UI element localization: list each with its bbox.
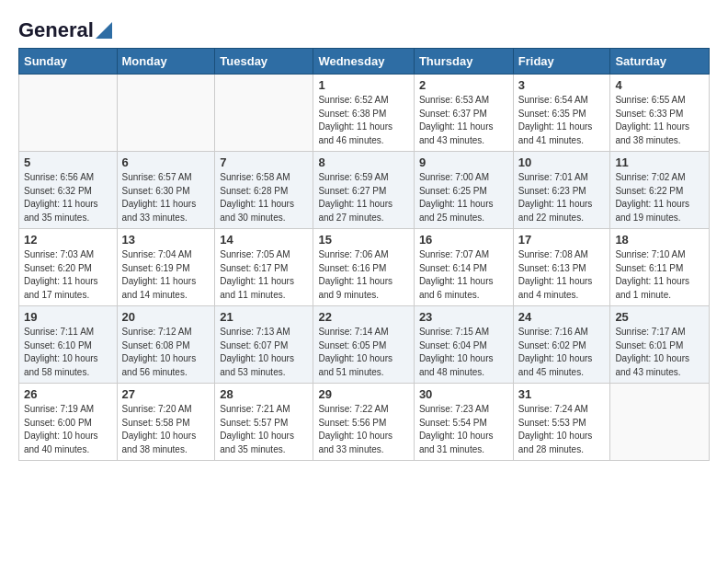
day-number: 3 [518, 78, 606, 92]
calendar-cell: 26Sunrise: 7:19 AM Sunset: 6:00 PM Dayli… [19, 384, 118, 461]
day-number: 8 [318, 155, 408, 169]
day-info: Sunrise: 7:07 AM Sunset: 6:14 PM Dayligh… [419, 248, 508, 302]
calendar-cell: 24Sunrise: 7:16 AM Sunset: 6:02 PM Dayli… [513, 306, 610, 384]
day-number: 22 [318, 310, 408, 324]
day-number: 29 [318, 387, 408, 401]
calendar-cell: 19Sunrise: 7:11 AM Sunset: 6:10 PM Dayli… [19, 306, 118, 384]
calendar-cell: 1Sunrise: 6:52 AM Sunset: 6:38 PM Daylig… [313, 75, 414, 152]
day-info: Sunrise: 7:19 AM Sunset: 6:00 PM Dayligh… [24, 403, 112, 456]
day-info: Sunrise: 7:08 AM Sunset: 6:13 PM Dayligh… [518, 248, 606, 302]
day-info: Sunrise: 7:12 AM Sunset: 6:08 PM Dayligh… [122, 326, 210, 379]
day-number: 13 [122, 233, 210, 247]
day-number: 17 [518, 233, 606, 247]
day-info: Sunrise: 6:56 AM Sunset: 6:32 PM Dayligh… [24, 171, 112, 224]
day-info: Sunrise: 7:20 AM Sunset: 5:58 PM Dayligh… [122, 403, 210, 456]
day-header-sunday: Sunday [19, 49, 118, 75]
day-number: 14 [220, 233, 308, 247]
day-number: 27 [122, 387, 210, 401]
day-info: Sunrise: 6:54 AM Sunset: 6:35 PM Dayligh… [518, 94, 606, 147]
calendar-cell: 14Sunrise: 7:05 AM Sunset: 6:17 PM Dayli… [215, 229, 313, 306]
day-header-monday: Monday [117, 49, 215, 75]
calendar-cell: 2Sunrise: 6:53 AM Sunset: 6:37 PM Daylig… [414, 75, 513, 152]
day-number: 28 [220, 387, 308, 401]
day-info: Sunrise: 6:52 AM Sunset: 6:38 PM Dayligh… [318, 94, 408, 147]
day-number: 2 [419, 78, 508, 92]
day-number: 26 [24, 387, 112, 401]
day-info: Sunrise: 7:23 AM Sunset: 5:54 PM Dayligh… [419, 403, 508, 456]
day-number: 24 [518, 310, 606, 324]
calendar-cell: 10Sunrise: 7:01 AM Sunset: 6:23 PM Dayli… [513, 152, 610, 229]
logo-part1: General [18, 18, 94, 42]
day-info: Sunrise: 7:22 AM Sunset: 5:56 PM Dayligh… [318, 403, 408, 456]
calendar-cell: 22Sunrise: 7:14 AM Sunset: 6:05 PM Dayli… [313, 306, 414, 384]
day-number: 7 [220, 155, 308, 169]
day-header-saturday: Saturday [610, 49, 710, 75]
day-number: 4 [615, 78, 704, 92]
day-info: Sunrise: 7:16 AM Sunset: 6:02 PM Dayligh… [518, 326, 606, 379]
calendar-cell: 9Sunrise: 7:00 AM Sunset: 6:25 PM Daylig… [414, 152, 513, 229]
calendar-cell: 8Sunrise: 6:59 AM Sunset: 6:27 PM Daylig… [313, 152, 414, 229]
calendar-cell: 3Sunrise: 6:54 AM Sunset: 6:35 PM Daylig… [513, 75, 610, 152]
day-number: 5 [24, 155, 112, 169]
calendar-cell: 12Sunrise: 7:03 AM Sunset: 6:20 PM Dayli… [19, 229, 118, 306]
calendar-cell: 28Sunrise: 7:21 AM Sunset: 5:57 PM Dayli… [215, 384, 313, 461]
calendar-cell: 30Sunrise: 7:23 AM Sunset: 5:54 PM Dayli… [414, 384, 513, 461]
calendar-table: SundayMondayTuesdayWednesdayThursdayFrid… [18, 48, 710, 461]
calendar-cell: 5Sunrise: 6:56 AM Sunset: 6:32 PM Daylig… [19, 152, 118, 229]
day-info: Sunrise: 7:05 AM Sunset: 6:17 PM Dayligh… [220, 248, 308, 302]
calendar-body: 1Sunrise: 6:52 AM Sunset: 6:38 PM Daylig… [19, 75, 710, 461]
calendar-week-4: 19Sunrise: 7:11 AM Sunset: 6:10 PM Dayli… [19, 306, 710, 384]
calendar-cell: 17Sunrise: 7:08 AM Sunset: 6:13 PM Dayli… [513, 229, 610, 306]
day-info: Sunrise: 7:21 AM Sunset: 5:57 PM Dayligh… [220, 403, 308, 456]
day-number: 31 [518, 387, 606, 401]
day-info: Sunrise: 7:24 AM Sunset: 5:53 PM Dayligh… [518, 403, 606, 456]
logo: General [18, 18, 112, 39]
calendar-cell [117, 75, 215, 152]
day-header-wednesday: Wednesday [313, 49, 414, 75]
day-number: 18 [615, 233, 704, 247]
day-number: 11 [615, 155, 704, 169]
calendar-cell: 20Sunrise: 7:12 AM Sunset: 6:08 PM Dayli… [117, 306, 215, 384]
calendar-cell: 6Sunrise: 6:57 AM Sunset: 6:30 PM Daylig… [117, 152, 215, 229]
calendar-cell: 31Sunrise: 7:24 AM Sunset: 5:53 PM Dayli… [513, 384, 610, 461]
logo-triangle-icon [96, 22, 112, 39]
day-number: 1 [318, 78, 408, 92]
day-info: Sunrise: 7:17 AM Sunset: 6:01 PM Dayligh… [615, 326, 704, 379]
day-info: Sunrise: 7:03 AM Sunset: 6:20 PM Dayligh… [24, 248, 112, 302]
day-info: Sunrise: 7:13 AM Sunset: 6:07 PM Dayligh… [220, 326, 308, 379]
day-info: Sunrise: 6:55 AM Sunset: 6:33 PM Dayligh… [615, 94, 704, 147]
day-header-thursday: Thursday [414, 49, 513, 75]
day-number: 20 [122, 310, 210, 324]
calendar-cell: 15Sunrise: 7:06 AM Sunset: 6:16 PM Dayli… [313, 229, 414, 306]
day-number: 10 [518, 155, 606, 169]
day-info: Sunrise: 6:57 AM Sunset: 6:30 PM Dayligh… [122, 171, 210, 224]
page-header: General [18, 18, 710, 39]
day-number: 12 [24, 233, 112, 247]
day-info: Sunrise: 7:10 AM Sunset: 6:11 PM Dayligh… [615, 248, 704, 302]
svg-marker-0 [96, 22, 112, 39]
day-number: 16 [419, 233, 508, 247]
calendar-cell: 4Sunrise: 6:55 AM Sunset: 6:33 PM Daylig… [610, 75, 710, 152]
calendar-cell: 27Sunrise: 7:20 AM Sunset: 5:58 PM Dayli… [117, 384, 215, 461]
day-info: Sunrise: 7:01 AM Sunset: 6:23 PM Dayligh… [518, 171, 606, 224]
day-info: Sunrise: 6:58 AM Sunset: 6:28 PM Dayligh… [220, 171, 308, 224]
calendar-cell: 21Sunrise: 7:13 AM Sunset: 6:07 PM Dayli… [215, 306, 313, 384]
calendar-week-2: 5Sunrise: 6:56 AM Sunset: 6:32 PM Daylig… [19, 152, 710, 229]
calendar-cell: 11Sunrise: 7:02 AM Sunset: 6:22 PM Dayli… [610, 152, 710, 229]
day-info: Sunrise: 7:04 AM Sunset: 6:19 PM Dayligh… [122, 248, 210, 302]
day-info: Sunrise: 7:11 AM Sunset: 6:10 PM Dayligh… [24, 326, 112, 379]
day-header-tuesday: Tuesday [215, 49, 313, 75]
calendar-cell: 16Sunrise: 7:07 AM Sunset: 6:14 PM Dayli… [414, 229, 513, 306]
calendar-cell: 18Sunrise: 7:10 AM Sunset: 6:11 PM Dayli… [610, 229, 710, 306]
calendar-header-row: SundayMondayTuesdayWednesdayThursdayFrid… [19, 49, 710, 75]
calendar-cell [610, 384, 710, 461]
day-info: Sunrise: 6:59 AM Sunset: 6:27 PM Dayligh… [318, 171, 408, 224]
calendar-cell [19, 75, 118, 152]
day-header-friday: Friday [513, 49, 610, 75]
day-number: 19 [24, 310, 112, 324]
day-info: Sunrise: 7:06 AM Sunset: 6:16 PM Dayligh… [318, 248, 408, 302]
day-number: 6 [122, 155, 210, 169]
calendar-cell: 23Sunrise: 7:15 AM Sunset: 6:04 PM Dayli… [414, 306, 513, 384]
calendar-cell: 29Sunrise: 7:22 AM Sunset: 5:56 PM Dayli… [313, 384, 414, 461]
day-number: 25 [615, 310, 704, 324]
